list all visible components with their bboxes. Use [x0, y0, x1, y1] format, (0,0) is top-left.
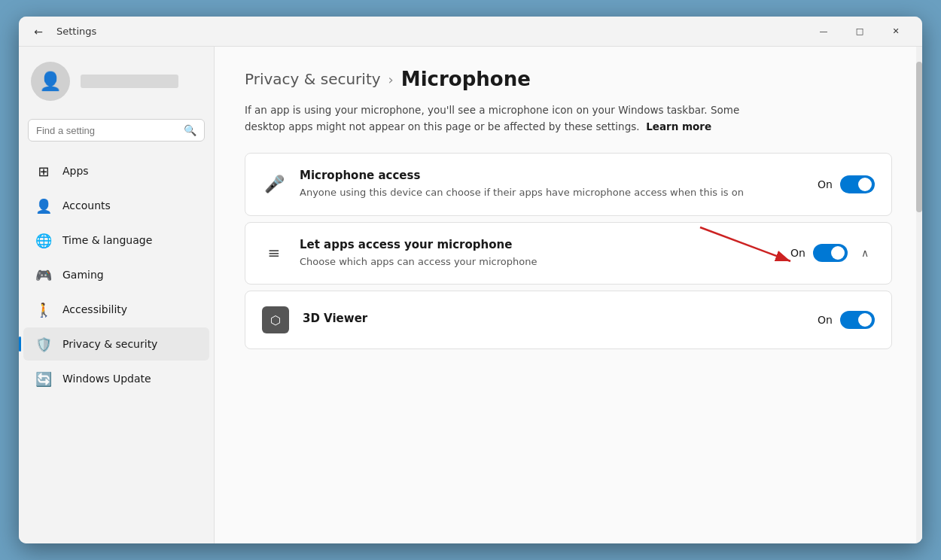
content-area: 👤 🔍 ⊞ Apps 👤 Accounts �	[19, 47, 922, 543]
sidebar-item-time-label: Time & language	[62, 234, 152, 246]
learn-more-link[interactable]: Learn more	[646, 120, 711, 132]
3d-viewer-toggle[interactable]	[840, 311, 875, 329]
minimize-button[interactable]: —	[806, 20, 841, 44]
let-apps-title: Let apps access your microphone	[300, 238, 777, 251]
sidebar-item-accessibility-label: Accessibility	[62, 303, 127, 315]
username-bar	[81, 75, 178, 88]
sidebar-item-windows-update[interactable]: 🔄 Windows Update	[23, 362, 209, 395]
sidebar-item-time[interactable]: 🌐 Time & language	[23, 224, 209, 257]
accounts-icon: 👤	[35, 197, 52, 214]
privacy-icon: 🛡️	[35, 336, 52, 352]
scrollbar-thumb[interactable]	[916, 62, 922, 212]
apps-icon: ⊞	[35, 163, 52, 179]
sidebar-item-privacy-label: Privacy & security	[62, 338, 157, 350]
3d-viewer-toggle-label: On	[818, 314, 833, 326]
mic-access-toggle-label: On	[818, 178, 833, 190]
mic-access-desc: Anyone using this device can choose if t…	[300, 185, 804, 200]
page-description: If an app is using your microphone, you'…	[245, 102, 742, 135]
accessibility-icon: 🚶	[35, 301, 52, 318]
breadcrumb: Privacy & security › Microphone	[245, 68, 892, 90]
titlebar-left: ← Settings	[28, 21, 806, 42]
apps-mic-icon: ≡	[262, 241, 286, 265]
titlebar-title: Settings	[56, 26, 96, 37]
let-apps-toggle-label: On	[790, 247, 805, 259]
microphone-icon: 🎤	[262, 172, 286, 196]
let-apps-expand-button[interactable]: ∧	[855, 243, 875, 263]
3d-viewer-icon: ⬡	[262, 306, 289, 333]
breadcrumb-current: Microphone	[401, 68, 531, 90]
3d-viewer-title: 3D Viewer	[303, 312, 804, 325]
sidebar-item-gaming[interactable]: 🎮 Gaming	[23, 258, 209, 291]
let-apps-card: ≡ Let apps access your microphone Choose…	[245, 222, 892, 285]
3d-viewer-card: ⬡ 3D Viewer On	[245, 291, 892, 349]
sidebar: 👤 🔍 ⊞ Apps 👤 Accounts �	[19, 47, 215, 543]
breadcrumb-separator: ›	[388, 72, 394, 87]
let-apps-toggle[interactable]	[813, 244, 848, 262]
mic-access-toggle[interactable]	[840, 175, 875, 193]
user-icon: 👤	[39, 71, 62, 92]
settings-window: ← Settings — □ ✕ 👤 🔍	[19, 17, 922, 543]
sidebar-item-accounts[interactable]: 👤 Accounts	[23, 189, 209, 222]
sidebar-item-accounts-label: Accounts	[62, 199, 111, 212]
gaming-icon: 🎮	[35, 266, 52, 283]
sidebar-item-windows-update-label: Windows Update	[62, 373, 151, 385]
time-icon: 🌐	[35, 232, 52, 248]
search-box[interactable]: 🔍	[28, 119, 205, 142]
microphone-access-card: 🎤 Microphone access Anyone using this de…	[245, 153, 892, 216]
nav-items: ⊞ Apps 👤 Accounts 🌐 Time & language 🎮 Ga…	[19, 151, 214, 399]
search-icon: 🔍	[184, 124, 196, 136]
breadcrumb-parent[interactable]: Privacy & security	[245, 70, 381, 88]
sidebar-item-apps-label: Apps	[62, 165, 89, 177]
sidebar-item-privacy[interactable]: 🛡️ Privacy & security	[23, 327, 209, 361]
user-profile: 👤	[19, 47, 214, 113]
titlebar-controls: — □ ✕	[806, 20, 913, 44]
maximize-button[interactable]: □	[842, 20, 877, 44]
let-apps-desc: Choose which apps can access your microp…	[300, 254, 777, 269]
scrollbar[interactable]	[916, 47, 922, 543]
close-button[interactable]: ✕	[879, 20, 913, 44]
back-button[interactable]: ←	[28, 21, 49, 42]
main-content: Privacy & security › Microphone If an ap…	[215, 47, 922, 543]
sidebar-item-accessibility[interactable]: 🚶 Accessibility	[23, 293, 209, 326]
sidebar-item-gaming-label: Gaming	[62, 269, 104, 281]
avatar: 👤	[31, 62, 70, 101]
titlebar: ← Settings — □ ✕	[19, 17, 922, 47]
update-icon: 🔄	[35, 370, 52, 387]
search-input[interactable]	[36, 125, 178, 136]
mic-access-title: Microphone access	[300, 169, 804, 182]
sidebar-item-apps[interactable]: ⊞ Apps	[23, 154, 209, 187]
